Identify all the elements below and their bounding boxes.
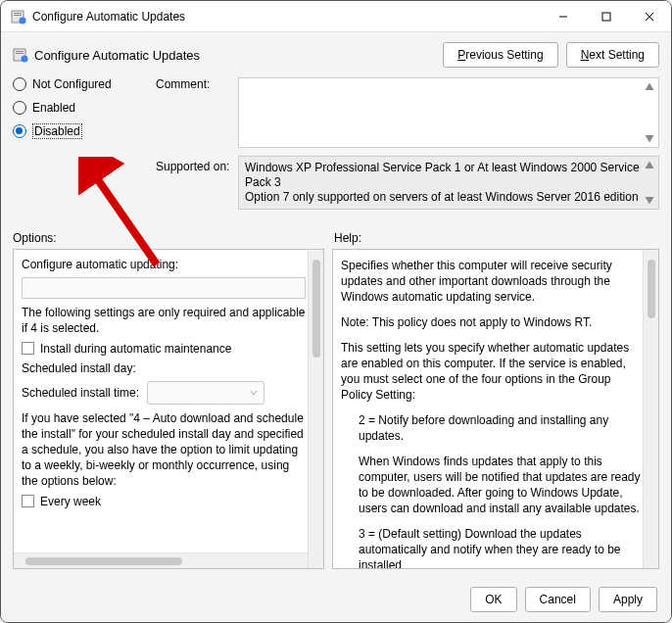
- state-radio-group: Not Configured Enabled Disabled: [13, 77, 150, 138]
- help-label: Help:: [334, 231, 659, 245]
- page-title: Configure Automatic Updates: [34, 48, 443, 63]
- help-text: 2 = Notify before downloading and instal…: [359, 412, 641, 444]
- supported-on-box: Windows XP Professional Service Pack 1 o…: [238, 156, 659, 210]
- cancel-button[interactable]: Cancel: [525, 587, 591, 612]
- chevron-down-icon: [250, 389, 258, 397]
- scroll-down-icon[interactable]: [644, 132, 655, 144]
- close-button[interactable]: [628, 1, 671, 31]
- vertical-scrollbar[interactable]: [643, 250, 658, 568]
- svg-rect-5: [602, 13, 610, 21]
- subheader: Configure Automatic Updates Previous Set…: [1, 32, 671, 73]
- svg-point-11: [22, 56, 28, 63]
- svg-rect-10: [16, 53, 24, 54]
- options-pane: Configure automatic updating: The follow…: [13, 249, 324, 569]
- radio-enabled[interactable]: Enabled: [13, 101, 150, 115]
- dialog-footer: OK Cancel Apply: [1, 577, 671, 622]
- svg-marker-13: [646, 135, 654, 143]
- options-note-text: The following settings are only required…: [22, 305, 306, 336]
- svg-marker-12: [646, 83, 654, 91]
- help-text: Note: This policy does not apply to Wind…: [341, 314, 641, 330]
- help-text: 3 = (Default setting) Download the updat…: [359, 526, 641, 569]
- scheduled-install-time-select[interactable]: [147, 381, 264, 405]
- vertical-scrollbar[interactable]: [308, 250, 323, 568]
- dialog-configure-automatic-updates: Configure Automatic Updates Configure Au…: [0, 0, 672, 623]
- titlebar: Configure Automatic Updates: [1, 1, 671, 32]
- scheduled-install-time-label: Scheduled install time:: [22, 386, 139, 400]
- apply-button[interactable]: Apply: [599, 587, 657, 612]
- configure-automatic-updating-select[interactable]: [22, 277, 306, 299]
- svg-rect-2: [14, 15, 22, 16]
- configure-automatic-updating-label: Configure automatic updating:: [22, 258, 306, 271]
- radio-icon: [13, 101, 26, 115]
- comment-textarea[interactable]: [238, 77, 659, 148]
- svg-rect-1: [14, 13, 22, 14]
- checkbox-icon: [22, 342, 34, 355]
- help-text: Specifies whether this computer will rec…: [341, 258, 641, 305]
- options-schedule-paragraph: If you have selected "4 – Auto download …: [22, 410, 306, 489]
- scroll-up-icon[interactable]: [644, 160, 655, 171]
- policy-icon: [13, 47, 28, 63]
- next-setting-button[interactable]: Next Setting: [566, 42, 659, 68]
- help-text: This setting lets you specify whether au…: [341, 340, 641, 403]
- radio-not-configured[interactable]: Not Configured: [13, 77, 150, 91]
- svg-point-3: [20, 17, 26, 24]
- options-label: Options:: [13, 231, 324, 245]
- radio-icon: [13, 124, 26, 138]
- help-pane: Specifies whether this computer will rec…: [332, 249, 659, 569]
- install-during-maintenance-checkbox[interactable]: Install during automatic maintenance: [22, 342, 306, 356]
- radio-disabled[interactable]: Disabled: [13, 124, 150, 138]
- scroll-down-icon[interactable]: [644, 194, 655, 206]
- previous-setting-button[interactable]: Previous Setting: [443, 42, 557, 68]
- minimize-button[interactable]: [542, 1, 585, 31]
- radio-icon: [13, 77, 26, 91]
- svg-marker-15: [646, 197, 654, 205]
- svg-marker-14: [646, 162, 654, 169]
- every-week-checkbox[interactable]: Every week: [22, 495, 306, 508]
- ok-button[interactable]: OK: [470, 587, 516, 612]
- comment-label: Comment:: [150, 77, 238, 148]
- maximize-button[interactable]: [585, 1, 628, 31]
- svg-rect-9: [16, 51, 24, 52]
- policy-icon: [11, 9, 26, 24]
- horizontal-scrollbar[interactable]: [14, 552, 308, 568]
- window-title: Configure Automatic Updates: [32, 10, 542, 24]
- scroll-up-icon[interactable]: [644, 81, 655, 93]
- help-text: When Windows finds updates that apply to…: [359, 454, 641, 516]
- supported-on-label: Supported on:: [150, 156, 238, 210]
- checkbox-icon: [22, 495, 34, 507]
- scheduled-install-day-label: Scheduled install day:: [22, 361, 136, 375]
- window-controls: [542, 1, 671, 31]
